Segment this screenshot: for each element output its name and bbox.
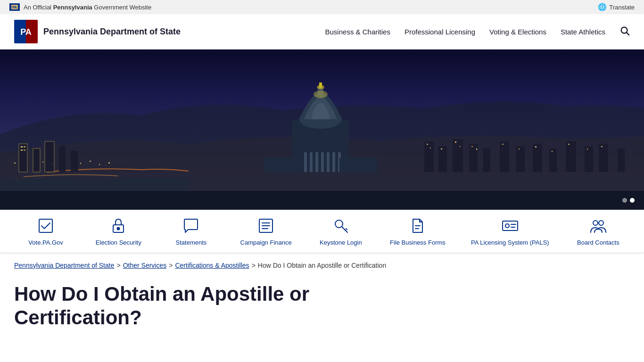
nav-state-athletics[interactable]: State Athletics [561,28,605,36]
nav-voting-elections[interactable]: Voting & Elections [489,28,546,36]
svg-rect-62 [460,146,461,147]
svg-rect-42 [264,158,302,172]
svg-rect-72 [0,191,644,210]
carousel-dots [622,198,635,203]
svg-rect-48 [469,144,478,172]
svg-rect-13 [42,162,43,163]
svg-rect-51 [516,146,525,172]
svg-rect-46 [438,146,447,172]
list-icon [256,215,276,236]
svg-rect-68 [552,151,553,152]
svg-rect-57 [618,148,625,172]
translate-label: Translate [609,4,635,11]
official-notice: PA An Official Pennsylvania Government W… [9,3,151,11]
statements-label: Statements [176,239,207,247]
breadcrumb-pa-dept[interactable]: Pennsylvania Department of State [14,262,114,269]
quick-link-campaign-finance[interactable]: Campaign Finance [240,215,292,247]
quick-link-keystone-login[interactable]: Keystone Login [317,215,364,247]
breadcrumb-sep-3: > [252,262,256,269]
svg-rect-47 [453,139,463,172]
svg-rect-35 [304,152,307,172]
svg-rect-29 [24,149,25,151]
svg-line-84 [346,229,347,230]
org-name: Pennsylvania Department of State [43,27,181,37]
breadcrumb-other-services[interactable]: Other Services [123,262,167,269]
svg-point-92 [599,221,603,225]
svg-rect-24 [59,146,66,172]
svg-rect-56 [599,144,608,172]
svg-rect-25 [71,151,78,172]
keystone-login-label: Keystone Login [320,239,362,247]
pa-logo-icon: PA [14,20,38,43]
svg-line-83 [345,230,346,230]
lock-icon [108,215,129,236]
svg-point-91 [593,221,598,225]
svg-rect-38 [321,152,324,172]
svg-rect-37 [315,152,318,172]
nav-business-charities[interactable]: Business & Charities [325,28,390,36]
breadcrumb: Pennsylvania Department of State > Other… [14,262,630,269]
quick-link-election-security[interactable]: Election Security [95,215,142,247]
svg-rect-26 [21,146,23,148]
svg-rect-34 [319,82,322,87]
carousel-dot-1[interactable] [622,198,627,203]
svg-text:PA: PA [20,27,32,37]
carousel-dot-2[interactable] [630,198,635,203]
page-content: How Do I Obtain an Apostille or Certific… [0,273,644,344]
quick-link-board-contacts[interactable]: Board Contacts [575,215,622,247]
svg-rect-27 [24,146,25,148]
quick-link-pa-licensing-system[interactable]: PA Licensing System (PALS) [471,215,549,247]
svg-rect-23 [45,141,54,172]
svg-rect-19 [99,164,100,165]
official-text: An Official Pennsylvania Government Webs… [24,4,151,11]
speech-bubble-icon [181,215,201,236]
svg-point-44 [314,90,328,98]
svg-rect-70 [587,148,588,150]
svg-rect-22 [33,148,40,172]
breadcrumb-section: Pennsylvania Department of State > Other… [0,253,644,273]
globe-icon: 🌐 [598,3,607,11]
svg-rect-60 [441,148,442,149]
svg-rect-21 [19,144,27,172]
main-nav: Business & Charities Professional Licens… [325,25,630,38]
quick-link-vote-pa-gov[interactable]: Vote.PA.Gov [22,215,69,247]
svg-rect-63 [471,146,473,147]
svg-rect-20 [108,162,110,164]
svg-rect-52 [533,144,542,172]
svg-rect-65 [502,144,504,145]
translate-button[interactable]: 🌐 Translate [598,3,635,11]
breadcrumb-certifications[interactable]: Certifications & Apostilles [175,262,249,269]
svg-rect-17 [80,163,81,164]
vote-pa-gov-label: Vote.PA.Gov [28,239,63,247]
svg-rect-64 [476,148,477,150]
svg-rect-71 [601,146,603,147]
svg-point-88 [505,224,509,228]
top-bar: PA An Official Pennsylvania Government W… [0,0,644,14]
pa-licensing-system-label: PA Licensing System (PALS) [471,239,549,247]
breadcrumb-sep-2: > [169,262,173,269]
campaign-finance-label: Campaign Finance [240,239,292,247]
svg-rect-87 [503,221,518,230]
quick-link-statements[interactable]: Statements [167,215,215,247]
svg-rect-59 [430,148,431,148]
quick-links-bar: Vote.PA.Gov Election Security Statements [0,210,644,253]
hero-image [0,49,644,210]
svg-rect-67 [535,146,537,148]
svg-rect-18 [90,161,91,162]
quick-link-file-business-forms[interactable]: File Business Forms [390,215,446,247]
svg-rect-61 [455,141,456,143]
breadcrumb-sep-1: > [116,262,120,269]
logo-area: PA Pennsylvania Department of State [14,20,181,43]
board-contacts-label: Board Contacts [577,239,619,247]
search-button[interactable] [619,25,630,38]
svg-rect-50 [500,141,509,172]
file-icon [407,215,428,236]
svg-rect-69 [568,144,570,145]
site-header: PA Pennsylvania Department of State Busi… [0,14,644,49]
svg-rect-39 [327,152,330,172]
svg-rect-43 [339,158,377,172]
nav-professional-licensing[interactable]: Professional Licensing [405,28,475,36]
svg-text:PA: PA [12,6,17,9]
people-icon [588,215,609,236]
election-security-label: Election Security [96,239,141,247]
